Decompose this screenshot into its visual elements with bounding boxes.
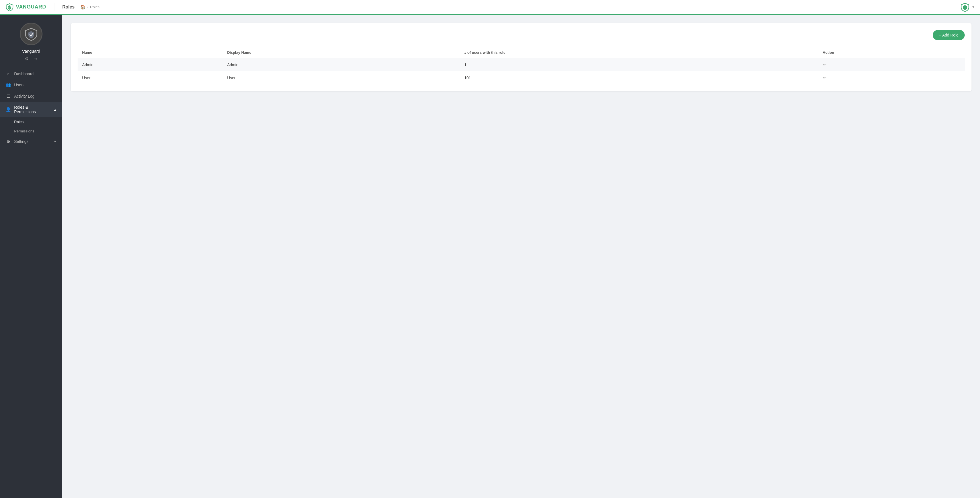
cell-user-count: 101	[460, 71, 818, 84]
table-row: User User 101 ✏	[78, 71, 965, 84]
logo: VANGUARD	[6, 3, 46, 11]
sidebar-item-activity-log[interactable]: ☰ Activity Log	[0, 90, 62, 102]
cell-user-count: 1	[460, 58, 818, 71]
cell-display-name: User	[223, 71, 460, 84]
sidebar-item-roles-permissions[interactable]: 👤 Roles & Permissions ▲	[0, 102, 62, 117]
roles-arrow: ▲	[54, 108, 57, 111]
table-body: Admin Admin 1 ✏ User User 101 ✏	[78, 58, 965, 85]
cell-display-name: Admin	[223, 58, 460, 71]
logo-shield-icon	[6, 3, 14, 11]
roles-table: Name Display Name # of users with this r…	[78, 47, 965, 84]
breadcrumb-current: Roles	[90, 5, 99, 9]
activity-log-icon: ☰	[6, 94, 11, 99]
users-icon: 👥	[6, 82, 11, 87]
roles-submenu: Roles Permissions	[0, 117, 62, 136]
sidebar-profile: Vanguard ⚙ ⇥	[0, 15, 62, 66]
profile-settings-icon[interactable]: ⚙	[25, 56, 29, 62]
sidebar-item-dashboard[interactable]: ⌂ Dashboard	[0, 68, 62, 79]
cell-name: User	[78, 71, 223, 84]
main-content: + Add Role Name Display Name # of users …	[62, 15, 980, 498]
edit-icon[interactable]: ✏	[823, 62, 826, 67]
roles-icon: 👤	[6, 107, 11, 112]
sidebar-item-users[interactable]: 👥 Users	[0, 79, 62, 90]
sidebar-item-settings[interactable]: ⚙ Settings ▼	[0, 136, 62, 147]
topbar: VANGUARD Roles 🏠 / Roles ▾	[0, 0, 980, 15]
topbar-right: ▾	[961, 3, 974, 12]
topbar-divider	[54, 3, 54, 11]
cell-name: Admin	[78, 58, 223, 71]
add-role-button[interactable]: + Add Role	[933, 30, 965, 40]
breadcrumb-home-icon[interactable]: 🏠	[80, 5, 86, 10]
sidebar: Vanguard ⚙ ⇥ ⌂ Dashboard 👥 Users ☰ Activ…	[0, 15, 62, 498]
topbar-page-title: Roles	[62, 5, 75, 10]
card-header: + Add Role	[78, 30, 965, 40]
settings-icon: ⚙	[6, 139, 11, 144]
topbar-left: VANGUARD Roles 🏠 / Roles	[6, 3, 99, 11]
sidebar-nav: ⌂ Dashboard 👥 Users ☰ Activity Log 👤 Rol…	[0, 66, 62, 149]
profile-name: Vanguard	[22, 49, 40, 54]
main-layout: Vanguard ⚙ ⇥ ⌂ Dashboard 👥 Users ☰ Activ…	[0, 15, 980, 498]
col-user-count: # of users with this role	[460, 47, 818, 58]
breadcrumb-separator: /	[87, 5, 88, 9]
col-display-name: Display Name	[223, 47, 460, 58]
dashboard-icon: ⌂	[6, 71, 11, 76]
topbar-dropdown-arrow[interactable]: ▾	[972, 5, 974, 9]
table-row: Admin Admin 1 ✏	[78, 58, 965, 71]
edit-icon[interactable]: ✏	[823, 75, 826, 80]
cell-action: ✏	[818, 71, 965, 84]
col-name: Name	[78, 47, 223, 58]
content-card: + Add Role Name Display Name # of users …	[71, 23, 972, 91]
sidebar-subitem-roles[interactable]: Roles	[14, 117, 62, 127]
avatar-shield-icon	[24, 27, 38, 41]
topbar-user-icon[interactable]	[961, 3, 969, 12]
logo-text: VANGUARD	[16, 4, 46, 10]
table-header: Name Display Name # of users with this r…	[78, 47, 965, 58]
avatar	[20, 23, 43, 45]
sidebar-subitem-permissions[interactable]: Permissions	[14, 127, 62, 136]
col-action: Action	[818, 47, 965, 58]
cell-action: ✏	[818, 58, 965, 71]
breadcrumb: 🏠 / Roles	[80, 5, 99, 10]
profile-logout-icon[interactable]: ⇥	[34, 56, 37, 62]
settings-arrow: ▼	[54, 140, 57, 143]
profile-actions: ⚙ ⇥	[25, 56, 37, 62]
